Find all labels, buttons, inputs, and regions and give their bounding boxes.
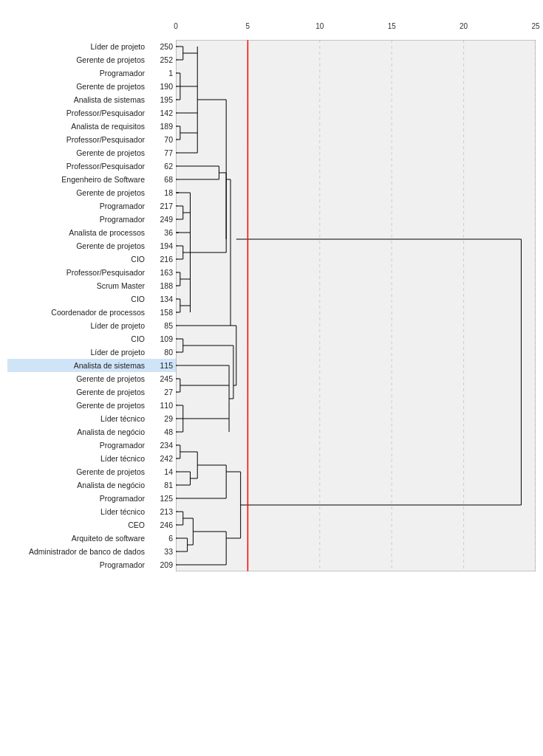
axis-row: 0510152025 [7,22,543,37]
row-number: 18 [148,186,176,199]
row-label: Professor/Pesquisador [7,133,148,146]
row-label: Gerente de projetos [7,80,148,93]
row-label: Programador [7,66,148,80]
row-label: Líder de projeto [7,346,148,359]
svg-rect-0 [176,40,536,571]
row-label: Administrador de banco de dados [7,545,148,558]
row-label: Programador [7,439,148,452]
row-label: Programador [7,492,148,505]
row-number: 109 [148,332,176,346]
row-label: Gerente de projetos [7,465,148,478]
row-label: Analista de negócio [7,425,148,439]
row-number: 33 [148,545,176,558]
row-label: Gerente de projetos [7,53,148,66]
row-label: Líder técnico [7,412,148,425]
row-label: Analista de sistemas [7,359,148,372]
axis-tick-label: 25 [531,22,539,30]
row-label: Analista de processos [7,226,148,239]
row-number: 158 [148,306,176,319]
axis-tick-label: 5 [246,22,250,30]
row-number: 134 [148,292,176,306]
row-number: 252 [148,53,176,66]
row-label: Professor/Pesquisador [7,266,148,279]
row-label: CIO [7,332,148,346]
row-number: 62 [148,159,176,173]
row-label: Líder técnico [7,452,148,465]
axis-tick-label: 15 [388,22,396,30]
row-number: 68 [148,173,176,186]
row-number: 29 [148,412,176,425]
row-number: 6 [148,532,176,545]
row-label: CIO [7,292,148,306]
row-number: 246 [148,518,176,532]
row-number: 190 [148,80,176,93]
row-number: 80 [148,346,176,359]
row-number: 48 [148,425,176,439]
axis-tick-label: 10 [315,22,324,30]
row-label: Professor/Pesquisador [7,159,148,173]
row-number: 70 [148,133,176,146]
axis-tick-label: 0 [174,22,178,30]
row-number: 188 [148,279,176,292]
row-label: Gerente de projetos [7,239,148,252]
row-number: 110 [148,399,176,412]
row-number: 250 [148,40,176,53]
row-label: Programador [7,213,148,226]
row-label: Analista de negócio [7,478,148,492]
row-label: Programador [7,558,148,571]
row-number: 81 [148,478,176,492]
row-number: 217 [148,199,176,213]
row-number: 142 [148,106,176,120]
row-number: 189 [148,120,176,133]
dendrogram-canvas [176,40,536,571]
row-label: Gerente de projetos [7,186,148,199]
row-number: 85 [148,319,176,332]
row-label: Arquiteto de software [7,532,148,545]
row-label: Líder de projeto [7,319,148,332]
row-label: Gerente de projetos [7,372,148,385]
row-number: 125 [148,492,176,505]
row-label: Gerente de projetos [7,385,148,399]
row-label: Analista de requisitos [7,120,148,133]
row-label: Professor/Pesquisador [7,106,148,120]
row-number: 36 [148,226,176,239]
row-number: 213 [148,505,176,518]
row-number: 77 [148,146,176,159]
row-label: Analista de sistemas [7,93,148,106]
numbers-column: 2502521190195142189707762681821724936194… [148,40,176,571]
row-number: 209 [148,558,176,571]
row-label: Coordenador de processos [7,306,148,319]
row-number: 195 [148,93,176,106]
row-number: 234 [148,439,176,452]
row-label: Líder de projeto [7,40,148,53]
row-label: CIO [7,252,148,266]
row-label: CEO [7,518,148,532]
row-number: 163 [148,266,176,279]
row-label: Líder técnico [7,505,148,518]
row-number: 27 [148,385,176,399]
row-number: 1 [148,66,176,80]
row-label: Scrum Master [7,279,148,292]
axis-container: 0510152025 [176,22,543,37]
row-number: 245 [148,372,176,385]
row-number: 14 [148,465,176,478]
row-label: Programador [7,199,148,213]
chart-container: 0510152025 Líder de projetoGerente de pr… [0,0,543,579]
row-number: 242 [148,452,176,465]
chart-area: Líder de projetoGerente de projetosProgr… [7,40,536,571]
row-number: 249 [148,213,176,226]
row-label: Gerente de projetos [7,146,148,159]
labels-column: Líder de projetoGerente de projetosProgr… [7,40,148,571]
row-label: Engenheiro de Software [7,173,148,186]
row-label: Gerente de projetos [7,399,148,412]
axis-tick-label: 20 [460,22,468,30]
row-number: 194 [148,239,176,252]
row-number: 216 [148,252,176,266]
row-number: 115 [148,359,176,372]
